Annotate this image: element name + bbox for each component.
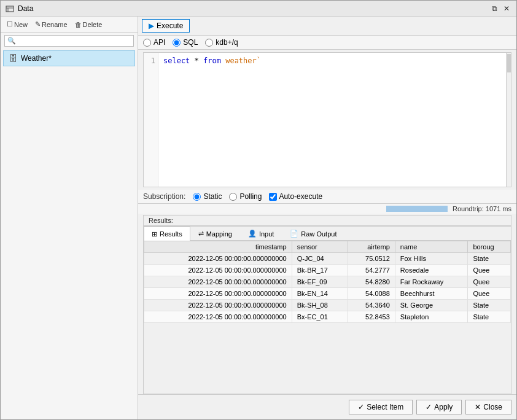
table-name: weather`	[225, 56, 261, 65]
search-box: 🔍	[4, 35, 134, 47]
database-icon: 🗄	[9, 53, 17, 63]
tab-input[interactable]: 👤 Input	[240, 227, 282, 240]
col-timestamp: timestamp	[144, 241, 292, 253]
rename-button[interactable]: ✎ Rename	[33, 19, 70, 29]
static-option[interactable]: Static	[193, 192, 222, 201]
apply-icon: ✓	[426, 403, 432, 411]
apply-button[interactable]: ✓ Apply	[416, 400, 462, 414]
results-tbody: 2022-12-05 00:00:00.000000000 Q-JC_04 75…	[144, 253, 511, 323]
roundtrip-progress	[386, 206, 448, 212]
table-row[interactable]: 2022-12-05 00:00:00.000000000 Bk-EN_14 5…	[144, 288, 511, 300]
sidebar-item-weather[interactable]: 🗄 Weather*	[3, 50, 135, 66]
close-label: Close	[483, 403, 502, 411]
query-options: API SQL kdb+/q	[138, 36, 516, 50]
svg-rect-0	[6, 6, 14, 12]
search-input[interactable]	[16, 37, 131, 45]
cell-timestamp: 2022-12-05 00:00:00.000000000	[144, 288, 292, 300]
cell-borough: State	[468, 253, 511, 265]
table-row[interactable]: 2022-12-05 00:00:00.000000000 Bk-SH_08 5…	[144, 300, 511, 311]
static-radio[interactable]	[193, 193, 201, 201]
rename-label: Rename	[42, 21, 68, 28]
cell-sensor: Q-JC_04	[292, 253, 348, 265]
rawoutput-tab-icon: 📄	[290, 230, 298, 238]
sidebar-toolbar: ☐ New ✎ Rename 🗑 Delete	[1, 17, 138, 33]
star-symbol: *	[195, 56, 203, 65]
table-row[interactable]: 2022-12-05 00:00:00.000000000 Q-JC_04 75…	[144, 253, 511, 265]
table-row[interactable]: 2022-12-05 00:00:00.000000000 Bk-BR_17 5…	[144, 265, 511, 276]
new-button[interactable]: ☐ New	[4, 19, 30, 29]
execute-label: Execute	[157, 21, 183, 30]
delete-icon: 🗑	[75, 21, 82, 28]
delete-label: Delete	[83, 21, 103, 28]
window-title: Data	[18, 4, 33, 13]
play-icon: ▶	[149, 21, 154, 30]
kdb-radio[interactable]	[205, 39, 213, 47]
cell-timestamp: 2022-12-05 00:00:00.000000000	[144, 300, 292, 311]
tab-results[interactable]: ⊞ Results	[144, 227, 190, 241]
tab-raw-output[interactable]: 📄 Raw Output	[282, 227, 344, 240]
right-panel: ▶ Execute API SQL kdb+/q	[138, 17, 516, 419]
query-content[interactable]: select * from weather`	[158, 53, 511, 187]
delete-button[interactable]: 🗑 Delete	[72, 20, 105, 29]
select-item-button[interactable]: ✓ Select Item	[349, 400, 413, 414]
cell-sensor: Bk-SH_08	[292, 300, 348, 311]
cell-borough: State	[468, 300, 511, 311]
input-tab-label: Input	[259, 230, 274, 238]
results-tab-icon: ⊞	[152, 230, 157, 238]
scrollbar-right[interactable]	[506, 53, 511, 187]
tab-mapping[interactable]: ⇌ Mapping	[190, 227, 240, 240]
cell-borough: Quee	[468, 288, 511, 300]
table-row[interactable]: 2022-12-05 00:00:00.000000000 Bx-EC_01 5…	[144, 311, 511, 323]
results-section: Results: ⊞ Results ⇌ Mapping 👤	[138, 214, 516, 394]
select-item-label: Select Item	[367, 403, 403, 411]
apply-label: Apply	[434, 403, 453, 411]
results-container: ⊞ Results ⇌ Mapping 👤 Input 📄	[143, 226, 511, 394]
table-row[interactable]: 2022-12-05 00:00:00.000000000 Bk-EF_09 5…	[144, 276, 511, 288]
main-window: Data ⧉ ✕ ☐ New ✎ Rename 🗑 Delete	[0, 0, 517, 420]
mapping-tab-icon: ⇌	[198, 230, 204, 238]
titlebar: Data ⧉ ✕	[1, 1, 516, 17]
results-tabs: ⊞ Results ⇌ Mapping 👤 Input 📄	[144, 227, 511, 241]
polling-radio[interactable]	[229, 193, 237, 201]
autoexecute-label: Auto-execute	[279, 192, 322, 201]
sql-option[interactable]: SQL	[173, 38, 198, 47]
cell-sensor: Bx-EC_01	[292, 311, 348, 323]
titlebar-left: Data	[6, 4, 33, 13]
sql-radio[interactable]	[173, 39, 181, 47]
query-editor-inner: 1 select * from weather`	[144, 53, 511, 187]
line-number-1: 1	[151, 56, 155, 65]
col-sensor: sensor	[292, 241, 348, 253]
polling-option[interactable]: Polling	[229, 192, 262, 201]
from-keyword: from	[203, 56, 221, 65]
results-table-wrap[interactable]: timestamp sensor airtemp name boroug 202…	[144, 241, 511, 394]
cell-borough: Quee	[468, 276, 511, 288]
select-keyword: select	[163, 56, 190, 65]
kdb-label: kdb+/q	[216, 38, 238, 47]
api-option[interactable]: API	[143, 38, 165, 47]
cell-airtemp: 54.3640	[348, 300, 395, 311]
sql-label: SQL	[183, 38, 198, 47]
search-icon: 🔍	[7, 37, 16, 45]
main-content: ☐ New ✎ Rename 🗑 Delete 🔍 🗄 Weather*	[1, 17, 516, 419]
query-editor[interactable]: 1 select * from weather`	[143, 52, 511, 187]
close-button[interactable]: ✕ Close	[465, 400, 511, 414]
query-toolbar: ▶ Execute	[138, 17, 516, 36]
api-radio[interactable]	[143, 39, 151, 47]
cell-name: Beechhurst	[395, 288, 468, 300]
static-label: Static	[203, 192, 222, 201]
cell-name: Far Rockaway	[395, 276, 468, 288]
cell-timestamp: 2022-12-05 00:00:00.000000000	[144, 253, 292, 265]
scrollbar-thumb[interactable]	[507, 54, 511, 72]
cell-timestamp: 2022-12-05 00:00:00.000000000	[144, 276, 292, 288]
kdb-option[interactable]: kdb+/q	[205, 38, 238, 47]
col-name: name	[395, 241, 468, 253]
cell-sensor: Bk-EN_14	[292, 288, 348, 300]
cell-airtemp: 52.8453	[348, 311, 395, 323]
execute-button[interactable]: ▶ Execute	[142, 19, 190, 33]
results-tab-label: Results	[160, 230, 182, 238]
input-tab-icon: 👤	[248, 230, 257, 238]
autoexecute-option[interactable]: Auto-execute	[269, 192, 322, 201]
autoexecute-checkbox[interactable]	[269, 193, 277, 201]
close-window-button[interactable]: ✕	[502, 4, 511, 14]
restore-button[interactable]: ⧉	[490, 4, 499, 14]
